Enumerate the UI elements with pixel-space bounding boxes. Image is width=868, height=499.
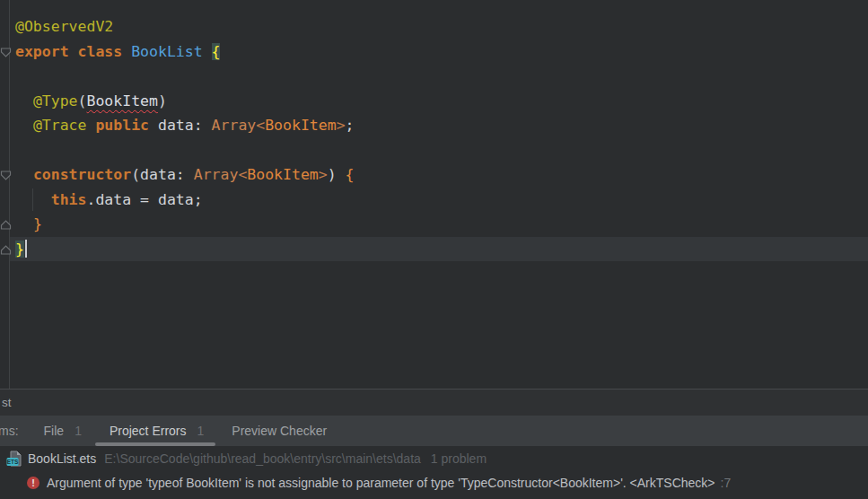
code-token: .data = data; bbox=[87, 191, 203, 208]
code-token: export class bbox=[15, 43, 131, 60]
text-caret bbox=[25, 240, 27, 258]
code-token bbox=[15, 215, 33, 232]
tab-label: Project Errors bbox=[110, 424, 187, 438]
code-token: Array bbox=[212, 117, 257, 134]
code-token: < bbox=[256, 117, 265, 134]
code-token: BookItem bbox=[86, 92, 157, 109]
code-token: ) bbox=[328, 166, 346, 183]
tab-label: Preview Checker bbox=[232, 424, 327, 438]
problem-count: 1 problem bbox=[431, 451, 487, 466]
code-line: } bbox=[10, 212, 868, 237]
code-token: constructor bbox=[33, 166, 131, 183]
problems-panel-label: ms: bbox=[0, 424, 19, 438]
tabs-container: File1Project Errors1Preview Checker bbox=[19, 416, 328, 446]
problems-file-row[interactable]: ETS BookList.ets E:\SourceCode\github\re… bbox=[0, 446, 868, 470]
code-token: public bbox=[95, 117, 158, 134]
code-line: } bbox=[10, 237, 868, 262]
code-token: { bbox=[346, 166, 355, 183]
tab-count-badge: 1 bbox=[75, 424, 82, 438]
problems-list: ETS BookList.ets E:\SourceCode\github\re… bbox=[0, 446, 868, 499]
fold-up-icon[interactable] bbox=[0, 243, 12, 255]
code-line: export class BookList { bbox=[10, 39, 868, 65]
tab-preview-checker[interactable]: Preview Checker bbox=[232, 416, 327, 446]
code-line: constructor(data: Array<BookItem>) { bbox=[10, 162, 868, 188]
code-token: ; bbox=[346, 117, 355, 134]
code-token: } bbox=[15, 241, 24, 258]
code-line bbox=[10, 138, 868, 163]
svg-text:ETS: ETS bbox=[7, 458, 19, 464]
code-token: ) bbox=[158, 92, 167, 109]
code-token: > bbox=[319, 166, 328, 183]
code-editor[interactable]: @ObservedV2export class BookList { @Type… bbox=[0, 0, 868, 389]
problems-tabbar: ms: File1Project Errors1Preview Checker bbox=[0, 416, 868, 446]
breadcrumb-item[interactable]: st bbox=[2, 396, 12, 409]
code-line: @Type(BookItem) bbox=[10, 89, 868, 114]
fold-down-icon[interactable] bbox=[0, 169, 12, 180]
code-token: BookItem bbox=[265, 117, 336, 134]
ets-file-icon: ETS bbox=[6, 451, 22, 467]
code-token bbox=[15, 166, 33, 183]
ide-window: @ObservedV2export class BookList { @Type… bbox=[0, 0, 868, 499]
fold-down-icon[interactable] bbox=[0, 46, 12, 57]
code-token: @Trace bbox=[33, 117, 96, 134]
error-location[interactable]: :7 bbox=[721, 476, 732, 490]
code-line bbox=[10, 64, 868, 89]
code-token: ( bbox=[78, 92, 87, 109]
problem-file-name[interactable]: BookList.ets bbox=[28, 451, 96, 466]
breadcrumb[interactable]: st bbox=[0, 389, 868, 416]
code-token: @Type bbox=[33, 92, 78, 109]
code-line: this.data = data; bbox=[10, 188, 868, 213]
tab-project-errors[interactable]: Project Errors1 bbox=[110, 416, 204, 446]
code-token: BookItem bbox=[247, 166, 318, 183]
code-token: Array bbox=[194, 166, 239, 183]
tab-label: File bbox=[44, 424, 65, 438]
code-token: @ObservedV2 bbox=[15, 18, 113, 35]
problem-file-path: E:\SourceCode\github\read_book\entry\src… bbox=[104, 451, 421, 466]
tab-file[interactable]: File1 bbox=[44, 416, 82, 446]
code-token: this bbox=[51, 191, 87, 208]
code-token: BookList bbox=[131, 43, 211, 60]
code-line: @Trace public data: Array<BookItem>; bbox=[10, 113, 868, 138]
code-token: < bbox=[238, 166, 247, 183]
code-token: (data: bbox=[131, 166, 194, 183]
code-token: { bbox=[212, 43, 221, 60]
code-token bbox=[15, 92, 33, 109]
code-lines: @ObservedV2export class BookList { @Type… bbox=[10, 0, 868, 389]
code-token bbox=[15, 117, 33, 134]
problems-error-row[interactable]: ! Argument of type 'typeof BookItem' is … bbox=[0, 470, 868, 495]
code-token: } bbox=[33, 215, 42, 232]
fold-up-icon[interactable] bbox=[0, 218, 12, 230]
error-message: Argument of type 'typeof BookItem' is no… bbox=[47, 476, 715, 490]
code-token: > bbox=[337, 117, 346, 134]
code-token: data: bbox=[158, 117, 212, 134]
error-icon: ! bbox=[27, 477, 39, 489]
code-line: @ObservedV2 bbox=[10, 14, 868, 39]
indent-guide bbox=[32, 188, 33, 212]
tab-count-badge: 1 bbox=[197, 424, 205, 438]
